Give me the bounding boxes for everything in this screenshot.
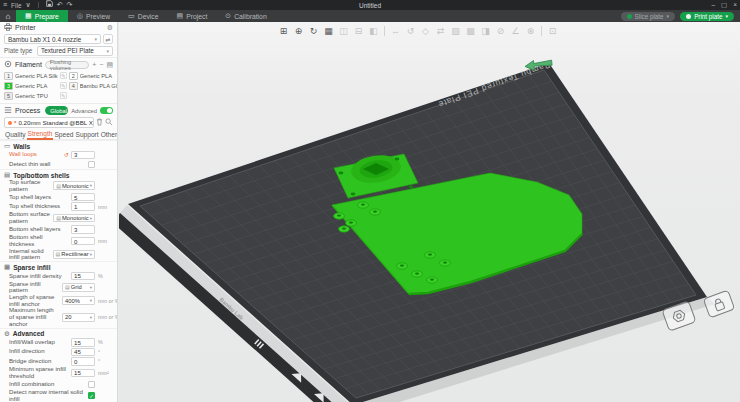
process-tab-speed[interactable]: Speed: [53, 130, 74, 139]
filament-settings-icon[interactable]: ▤: [106, 61, 113, 69]
close-button[interactable]: ×: [733, 1, 737, 9]
param-checkbox[interactable]: [88, 161, 95, 168]
process-preset-select[interactable]: * 0.20mm Standard @BBL X1: [4, 117, 94, 128]
param-select[interactable]: ▤Monotonic▾: [53, 181, 95, 190]
param-row: Detect thin wall: [0, 160, 117, 170]
edit-filament-icon[interactable]: ✎: [60, 82, 67, 89]
save-icon[interactable]: [46, 0, 53, 10]
param-input-value: 15: [74, 339, 81, 346]
process-tab-support[interactable]: Support: [75, 130, 100, 139]
delete-preset-icon[interactable]: [96, 118, 103, 127]
tab-calibration[interactable]: ⊙Calibration: [216, 10, 275, 22]
viewport-3d[interactable]: ⊞⊕↻▦◫⊟◧↔↺◇⇄▨▩◨⊘∠⊗⊡ Bambu Textured PEI Pl…: [119, 22, 740, 402]
param-input[interactable]: 3: [71, 225, 95, 234]
filament-item[interactable]: 1Generic PLA Silk✎: [4, 71, 67, 80]
toolbar-separator: [384, 26, 385, 36]
param-input[interactable]: 0: [71, 237, 95, 246]
scale-icon: ◇: [419, 24, 432, 37]
plate-lock-icon[interactable]: [703, 290, 734, 318]
param-row: Sparse infill pattern▤Grid▾: [0, 281, 117, 294]
standoff-boss: [370, 209, 381, 215]
param-unit: %: [97, 273, 113, 279]
auto-orient-icon[interactable]: ↻: [307, 24, 320, 37]
param-input[interactable]: 45: [71, 348, 95, 357]
tab-project[interactable]: ▤Project: [168, 10, 217, 22]
edit-filament-icon[interactable]: ✎: [60, 72, 67, 79]
param-select[interactable]: ▤Grid▾: [62, 283, 95, 292]
app-menu-icon[interactable]: ≡: [3, 0, 7, 10]
arrange-icon[interactable]: ▦: [322, 24, 335, 37]
tab-preview[interactable]: ◎Preview: [68, 10, 119, 22]
param-unit: °: [97, 349, 113, 355]
add-filament-icon[interactable]: +: [92, 61, 96, 68]
param-select[interactable]: 20▾: [62, 313, 95, 322]
param-checkbox[interactable]: ✓: [88, 392, 95, 399]
undo-icon[interactable]: ↶: [57, 0, 63, 10]
add-plate-icon[interactable]: ⊕: [292, 24, 305, 37]
printer-section-title: Printer: [15, 24, 36, 31]
edit-filament-icon[interactable]: ✎: [60, 92, 67, 99]
filament-item[interactable]: 3Generic PLA✎: [4, 81, 67, 90]
tab-prepare[interactable]: ▦Prepare: [16, 10, 68, 22]
scene-3d: Bambu Textured PEI Plate Bambu Lab: [119, 22, 740, 402]
standoff-boss: [346, 220, 357, 226]
remove-filament-icon[interactable]: −: [99, 61, 103, 68]
chevron-down-icon: ▾: [90, 183, 92, 188]
filament-color-swatch[interactable]: 2: [69, 72, 78, 80]
param-select[interactable]: ▤Monotonic▾: [53, 214, 95, 223]
mirror-icon: ⇄: [434, 24, 447, 37]
param-input-value: 0: [74, 358, 77, 365]
param-input-value: 15: [74, 369, 81, 376]
param-input-value: 45: [74, 348, 81, 355]
print-dropdown-icon[interactable]: ▾: [725, 13, 728, 19]
param-select[interactable]: ▤Rectilinear▾: [53, 250, 95, 259]
redo-icon[interactable]: ↷: [67, 0, 73, 10]
minimize-button[interactable]: –: [711, 1, 715, 9]
param-input[interactable]: 5: [71, 193, 95, 202]
filament-item[interactable]: 2Generic PLA✎: [69, 71, 118, 80]
param-input-value: 5: [74, 194, 77, 201]
filament-color-swatch[interactable]: 5: [4, 92, 13, 100]
file-menu-caret-icon[interactable]: ∨: [26, 0, 31, 10]
home-icon[interactable]: ⌂: [0, 10, 16, 22]
filament-item[interactable]: 4Bambu PLA Glow✎: [69, 81, 118, 90]
slice-plate-button[interactable]: Slice plate ▾: [621, 12, 676, 21]
standoff-boss: [427, 277, 438, 283]
filament-color-swatch[interactable]: 1: [4, 72, 13, 80]
param-select[interactable]: 400%▾: [62, 296, 95, 305]
param-input[interactable]: 15: [71, 272, 95, 281]
add-icon[interactable]: ⊞: [277, 24, 290, 37]
param-input[interactable]: 0: [71, 357, 95, 366]
print-plate-button[interactable]: Print plate ▾: [680, 12, 734, 21]
filament-section-title: Filament: [15, 61, 42, 68]
scope-global-button[interactable]: Global: [45, 106, 68, 115]
restore-button[interactable]: ▢: [721, 1, 727, 9]
process-tab-strength[interactable]: Strength: [27, 129, 54, 140]
reset-value-icon[interactable]: ↺: [64, 151, 69, 158]
param-row: Top surface pattern▤Monotonic▾: [0, 179, 117, 192]
search-preset-icon[interactable]: [105, 118, 113, 127]
process-tab-others[interactable]: Others: [100, 130, 118, 139]
param-input[interactable]: 15: [71, 369, 95, 378]
param-input[interactable]: 1: [71, 202, 95, 211]
advanced-toggle[interactable]: [100, 107, 113, 114]
printer-sync-icon[interactable]: ⇄: [103, 34, 113, 44]
filament-item[interactable]: 5Generic TPU✎: [4, 91, 67, 100]
printer-settings-icon[interactable]: ⚙: [107, 24, 113, 32]
slice-dropdown-icon[interactable]: ▾: [667, 13, 670, 19]
tab-device[interactable]: ▭Device: [119, 10, 167, 22]
param-label: Top shell thickness: [9, 203, 71, 210]
process-tab-quality[interactable]: Quality: [4, 130, 27, 139]
param-input[interactable]: 3: [71, 151, 95, 160]
param-control: 5: [71, 193, 113, 202]
param-checkbox[interactable]: [88, 381, 95, 388]
filament-color-swatch[interactable]: 3: [4, 82, 13, 90]
plate-type-select[interactable]: Textured PEI Plate ▾: [37, 46, 113, 56]
param-control: ▤Grid▾: [62, 283, 113, 292]
param-label: Wall loops: [9, 151, 64, 158]
printer-preset-select[interactable]: Bambu Lab X1 0.4 nozzle ▾: [4, 34, 101, 44]
param-input[interactable]: 15: [71, 338, 95, 347]
file-menu[interactable]: File: [11, 2, 21, 9]
flushing-volumes-button[interactable]: Flushing volumes: [45, 61, 89, 69]
filament-color-swatch[interactable]: 4: [69, 82, 78, 90]
